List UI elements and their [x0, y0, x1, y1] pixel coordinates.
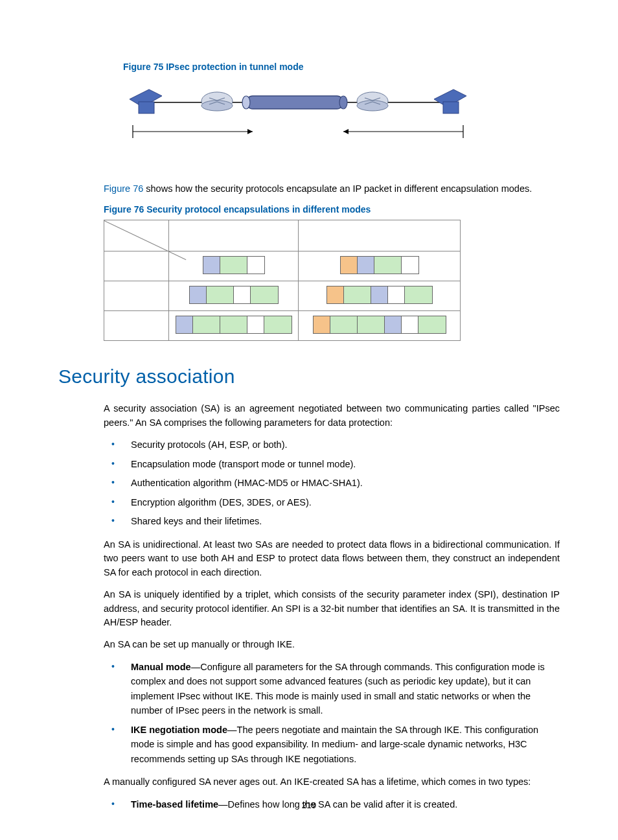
svg-rect-1: [246, 96, 343, 109]
manual-mode-text: —Configure all parameters for the SA thr…: [131, 662, 545, 716]
sa-paragraph-3: An SA is uniquely identified by a triple…: [104, 588, 560, 630]
figure-76-intro: Figure 76 shows how the security protoco…: [104, 182, 560, 196]
sa-paragraph-1: A security association (SA) is an agreem…: [104, 402, 560, 430]
sa-paragraph-5: A manually configured SA never ages out.…: [104, 775, 560, 789]
page-number: 219: [0, 800, 618, 810]
svg-rect-7: [443, 102, 459, 113]
list-item: Shared keys and their lifetimes.: [104, 514, 560, 528]
list-item: Authentication algorithm (HMAC-MD5 or HM…: [104, 476, 560, 490]
sa-parameters-list: Security protocols (AH, ESP, or both). E…: [104, 438, 560, 528]
list-item: Security protocols (AH, ESP, or both).: [104, 438, 560, 452]
ike-mode-label: IKE negotiation mode: [131, 725, 227, 735]
list-item: Encryption algorithm (DES, 3DES, or AES)…: [104, 495, 560, 509]
svg-rect-5: [139, 102, 154, 113]
section-title-security-association: Security association: [58, 366, 560, 388]
figure-76-caption: Figure 76 Security protocol encapsulatio…: [104, 204, 560, 215]
figure-76-link[interactable]: Figure 76: [104, 183, 143, 194]
sa-paragraph-2: An SA is unidirectional. At least two SA…: [104, 538, 560, 580]
figure-76-table: [104, 220, 461, 341]
svg-marker-17: [343, 129, 349, 134]
svg-point-3: [339, 96, 347, 109]
sa-modes-list: Manual mode—Configure all parameters for…: [104, 660, 560, 766]
list-item: Manual mode—Configure all parameters for…: [104, 660, 560, 718]
list-item: Encapsulation mode (transport mode or tu…: [104, 457, 560, 471]
manual-mode-label: Manual mode: [131, 662, 191, 672]
figure-75-caption: Figure 75 IPsec protection in tunnel mod…: [123, 62, 560, 72]
svg-marker-14: [247, 129, 253, 134]
svg-point-2: [242, 96, 250, 109]
sa-paragraph-4: An SA can be set up manually or through …: [104, 638, 560, 652]
figure-75-diagram: [123, 80, 473, 158]
figure-76-intro-text: shows how the security protocols encapsu…: [143, 183, 532, 194]
list-item: IKE negotiation mode—The peers negotiate…: [104, 723, 560, 766]
